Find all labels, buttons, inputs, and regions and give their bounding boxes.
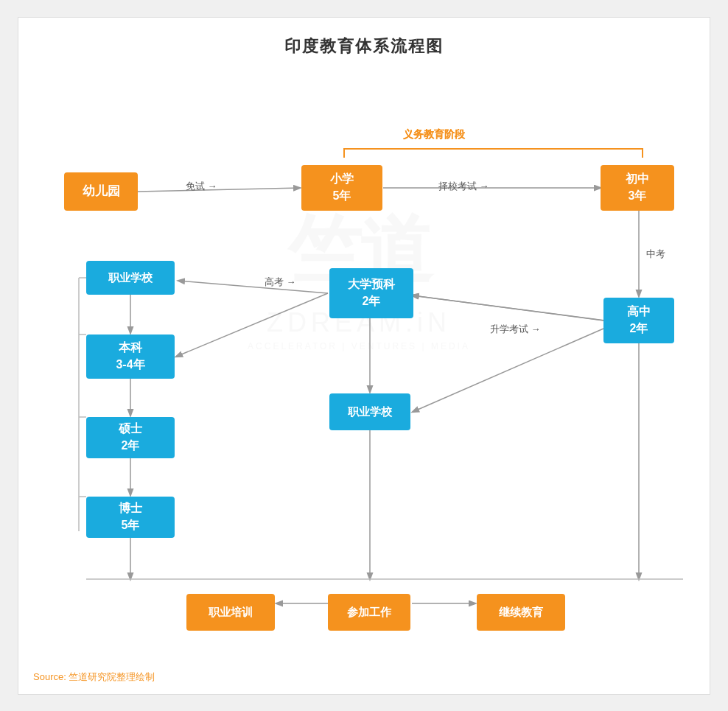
svg-line-17	[413, 295, 603, 321]
box-phd: 博士5年	[86, 497, 175, 538]
box-vocational-left: 职业学校	[86, 261, 175, 295]
bracket-text: 义务教育阶段	[403, 128, 465, 141]
card: 印度教育体系流程图 竺道 ZDREAM.iN ACCELERATOR | VEN…	[18, 17, 710, 695]
box-middle: 初中3年	[601, 165, 674, 211]
source: Source: 竺道研究院整理绘制	[33, 670, 155, 684]
box-primary: 小学5年	[301, 165, 382, 211]
label-shengxue: 升学考试 →	[490, 323, 541, 336]
page-title: 印度教育体系流程图	[42, 35, 686, 57]
svg-line-4	[412, 293, 605, 321]
box-preuni: 大学预科2年	[329, 268, 413, 318]
box-master: 硕士2年	[86, 417, 175, 458]
source-prefix: Source:	[33, 671, 69, 682]
label-mianshi: 免试 →	[186, 180, 217, 193]
diagram: 竺道 ZDREAM.iN ACCELERATOR | VENTURES | ME…	[42, 78, 686, 653]
box-bachelor: 本科3-4年	[86, 335, 175, 379]
label-zhongkao: 中考	[646, 248, 665, 261]
label-zexiao: 择校考试 →	[438, 180, 489, 193]
svg-line-5	[176, 293, 328, 357]
box-vocational-mid: 职业学校	[329, 393, 410, 430]
svg-line-16	[178, 281, 328, 293]
svg-line-18	[413, 329, 603, 412]
box-highschool: 高中2年	[603, 298, 674, 343]
box-continuing: 继续教育	[477, 594, 565, 631]
source-text: 竺道研究院整理绘制	[69, 671, 155, 682]
label-gaokao: 高考 →	[265, 276, 296, 289]
box-kindergarten: 幼儿园	[64, 172, 138, 211]
box-voctraining: 职业培训	[186, 594, 275, 631]
svg-line-0	[138, 188, 300, 192]
svg-line-3	[412, 295, 605, 321]
box-work: 参加工作	[328, 594, 410, 631]
